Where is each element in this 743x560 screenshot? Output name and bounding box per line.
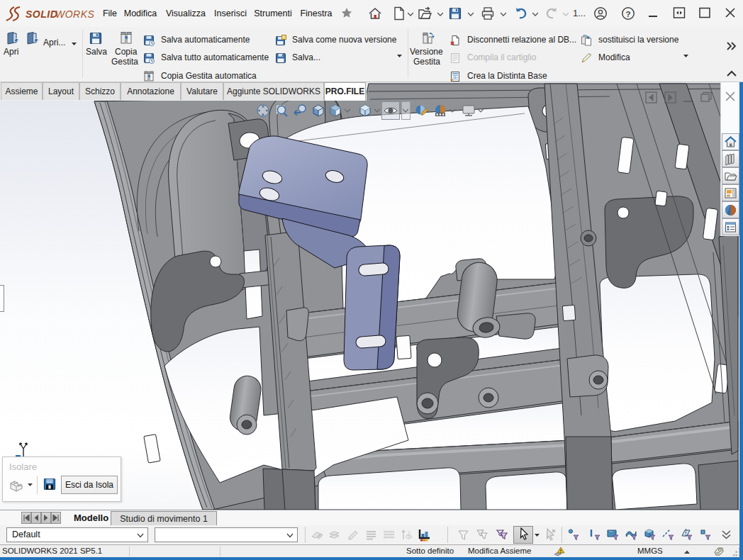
zoom-to-fit-icon[interactable]	[255, 103, 271, 118]
save-caret[interactable]	[468, 12, 474, 16]
filter-edges-icon[interactable]	[588, 528, 601, 542]
units-caret[interactable]	[683, 549, 691, 554]
salva-tutto-automaticamente-label[interactable]: Salva tutto automaticamente	[161, 52, 269, 62]
crea-distinta-icon[interactable]	[449, 71, 461, 82]
isolated-part-icon[interactable]	[9, 477, 24, 493]
tab-layout[interactable]: Layout	[43, 82, 79, 100]
tab-assieme[interactable]: Assieme	[1, 82, 43, 100]
salva-dots-label[interactable]: Salva...	[292, 52, 320, 62]
versione-gestita-icon[interactable]	[421, 31, 435, 45]
task-pane-custom-properties-tab[interactable]	[722, 218, 739, 235]
hide-show-items-icon[interactable]	[383, 103, 398, 118]
new-document-caret[interactable]	[408, 12, 413, 16]
graphics-area[interactable]: Isolare Esci da Isola	[0, 82, 739, 510]
filter-surfaces-icon[interactable]	[625, 528, 638, 542]
salva-label[interactable]: Salva	[86, 47, 107, 57]
apply-scene-caret[interactable]	[449, 108, 455, 113]
help-icon[interactable]: ?	[621, 6, 635, 21]
apply-scene-icon[interactable]	[432, 103, 448, 118]
disconnetti-db-icon[interactable]	[449, 35, 461, 46]
filter-stack-icon[interactable]	[476, 528, 489, 542]
modifica-icon[interactable]	[581, 52, 592, 64]
edit-appearance-icon[interactable]	[414, 103, 430, 118]
menu-file[interactable]: File	[96, 0, 123, 27]
3d-model-view[interactable]	[0, 82, 739, 510]
salva-dots-caret[interactable]	[396, 54, 403, 58]
tab-nav-next[interactable]	[41, 512, 51, 524]
sostituisci-versione-label[interactable]: sostituisci la versione	[598, 35, 678, 45]
filter-overflow-icon[interactable]	[721, 530, 732, 540]
salva-tutto-automaticamente-icon[interactable]	[143, 52, 155, 64]
filter-funnel-icon[interactable]	[457, 528, 470, 542]
menu-modifica[interactable]: Modifica	[121, 0, 160, 27]
filter-points-icon[interactable]	[698, 528, 712, 542]
view-settings-caret[interactable]	[478, 108, 484, 113]
sostituisci-versione-icon[interactable]	[581, 35, 592, 46]
minimize-icon[interactable]	[647, 6, 659, 20]
apri-menu-icon[interactable]	[26, 31, 40, 45]
modifica-caret[interactable]	[683, 54, 689, 58]
apri-menu-label[interactable]: Apri...	[43, 38, 65, 47]
tab-studio-di-movimento[interactable]: Studio di movimento 1	[111, 511, 217, 526]
save-isolate-icon[interactable]	[43, 477, 57, 491]
tab-modello[interactable]: Modello	[68, 510, 114, 526]
open-caret[interactable]	[437, 12, 443, 16]
tab-nav-first[interactable]	[21, 512, 31, 524]
salva-nuova-versione-label[interactable]: Salva come nuova versione	[292, 35, 396, 45]
previous-view-icon[interactable]	[292, 103, 308, 118]
print-icon[interactable]	[481, 6, 495, 21]
tab-nav-last[interactable]	[51, 512, 61, 524]
task-pane-home-tab[interactable]	[722, 133, 739, 150]
menu-inserisci[interactable]: Inserisci	[212, 0, 249, 27]
isolate-part-caret[interactable]	[27, 483, 33, 487]
tab-valutare[interactable]: Valutare	[181, 82, 223, 100]
task-pane-design-library-tab[interactable]	[722, 150, 739, 167]
undo-caret[interactable]	[532, 12, 538, 16]
tile-windows-icon[interactable]	[673, 6, 686, 20]
tab-profile[interactable]: PRO.FILE	[324, 82, 366, 101]
apri-label[interactable]: Apri	[4, 47, 18, 57]
assembly-model[interactable]	[94, 84, 738, 510]
menu-visualizza[interactable]: Visualizza	[164, 0, 207, 27]
tab-nav-prev[interactable]	[31, 512, 41, 524]
select-cursor-icon[interactable]	[517, 527, 530, 541]
task-pane-appearances-tab[interactable]	[722, 201, 739, 218]
salva-dots-icon[interactable]	[275, 52, 286, 64]
copia-gestita-automatica-icon[interactable]	[143, 71, 155, 82]
filter-stack-active-icon[interactable]	[496, 528, 509, 542]
print-caret[interactable]	[501, 12, 506, 16]
new-document-icon[interactable]	[392, 6, 406, 21]
configuration-combobox[interactable]: Default	[6, 527, 148, 542]
salva-automaticamente-icon[interactable]	[143, 35, 155, 46]
filter-vertices-icon[interactable]	[566, 528, 580, 542]
maximize-icon[interactable]	[698, 6, 711, 20]
filter-solids-icon[interactable]	[643, 528, 657, 542]
tab-schizzo[interactable]: Schizzo	[79, 82, 121, 100]
task-pane-file-explorer-tab[interactable]	[722, 167, 739, 184]
ribbon-overflow-icon[interactable]	[726, 41, 737, 51]
versione-gestita-label-line2[interactable]: Gestita	[413, 57, 440, 67]
tab-aggiunte-solidworks[interactable]: Aggiunte SOLIDWORKS	[223, 82, 324, 100]
copia-gestita-icon[interactable]	[119, 31, 133, 45]
ribbon-collapse-icon[interactable]	[726, 69, 737, 78]
view-settings-icon[interactable]	[461, 103, 476, 118]
filter-axes-icon[interactable]	[661, 528, 675, 542]
open-icon[interactable]	[418, 6, 432, 21]
select-tool-caret[interactable]	[534, 533, 540, 537]
task-pane-view-palette-tab[interactable]	[722, 184, 739, 201]
modifica-label[interactable]: Modifica	[598, 52, 630, 62]
view-orientation-icon[interactable]	[328, 103, 343, 118]
save-icon[interactable]	[448, 6, 462, 21]
copia-gestita-label-line2[interactable]: Gestita	[111, 57, 138, 67]
zoom-to-area-icon[interactable]	[274, 103, 289, 118]
apri-icon[interactable]	[6, 31, 20, 45]
recent-commands[interactable]: 1...	[573, 8, 586, 18]
quick-tip-icon[interactable]	[713, 546, 725, 556]
status-units[interactable]: MMGS	[637, 547, 663, 555]
crea-distinta-label[interactable]: Crea la Distinta Base	[467, 71, 547, 81]
hide-show-caret[interactable]	[403, 108, 408, 113]
undo-icon[interactable]	[514, 6, 528, 21]
salva-nuova-versione-icon[interactable]	[275, 35, 286, 46]
close-icon[interactable]	[724, 6, 737, 20]
home-icon[interactable]	[368, 6, 382, 21]
